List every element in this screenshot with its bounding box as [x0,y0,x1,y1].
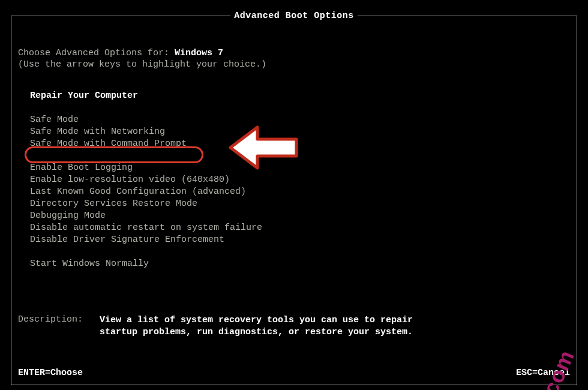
option-disable-driver-sig[interactable]: Disable Driver Signature Enforcement [30,234,262,246]
option-last-known-good[interactable]: Last Known Good Configuration (advanced) [30,186,262,198]
option-debugging-mode[interactable]: Debugging Mode [30,210,262,222]
option-start-windows-normally[interactable]: Start Windows Normally [30,258,262,270]
option-low-resolution-video[interactable]: Enable low-resolution video (640x480) [30,174,262,186]
description-label: Description: [18,314,83,325]
os-name: Windows 7 [175,48,223,58]
esc-hint: ESC=Cancel [516,368,570,378]
choose-line: Choose Advanced Options for: Windows 7 [18,48,266,58]
option-ds-restore-mode[interactable]: Directory Services Restore Mode [30,198,262,210]
boot-options-list: Repair Your Computer Safe Mode Safe Mode… [30,90,262,270]
description-text: View a list of system recovery tools you… [100,314,424,338]
description-block: Description: View a list of system recov… [18,314,424,338]
footer-bar: ENTER=Choose ESC=Cancel [18,368,570,378]
option-enable-boot-logging[interactable]: Enable Boot Logging [30,162,262,174]
option-disable-auto-restart[interactable]: Disable automatic restart on system fail… [30,222,262,234]
header-block: Choose Advanced Options for: Windows 7 (… [18,48,266,70]
option-safe-mode-command-prompt[interactable]: Safe Mode with Command Prompt [30,138,262,150]
option-safe-mode[interactable]: Safe Mode [30,114,262,126]
choose-prefix: Choose Advanced Options for: [18,48,175,58]
option-safe-mode-networking[interactable]: Safe Mode with Networking [30,126,262,138]
instruction-text: (Use the arrow keys to highlight your ch… [18,59,266,70]
option-repair-your-computer[interactable]: Repair Your Computer [30,90,262,102]
page-title: Advanced Boot Options [230,11,358,21]
enter-hint: ENTER=Choose [18,368,83,378]
